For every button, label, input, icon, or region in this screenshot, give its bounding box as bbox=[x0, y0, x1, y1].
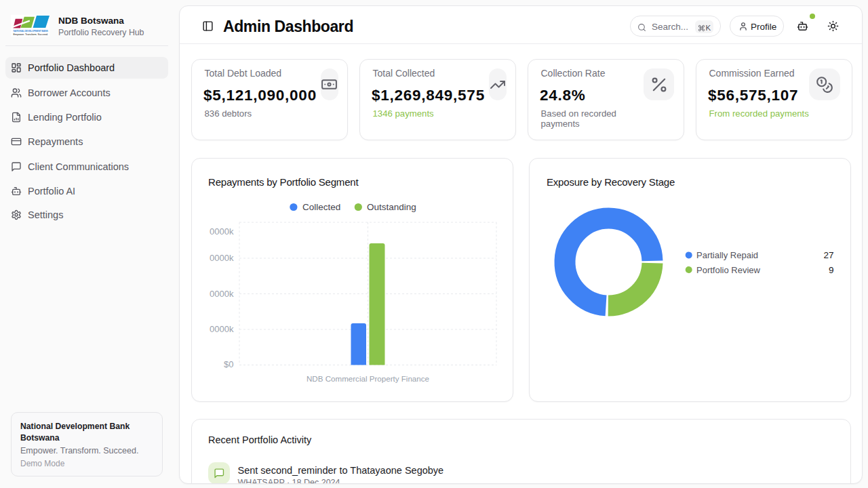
svg-text:27: 27 bbox=[823, 250, 833, 260]
svg-text:Portfolio Review: Portfolio Review bbox=[696, 265, 761, 275]
svg-text:Collected: Collected bbox=[302, 202, 340, 212]
svg-text:0000k: 0000k bbox=[210, 289, 234, 299]
svg-text:0000k: 0000k bbox=[210, 324, 234, 334]
svg-text:$0: $0 bbox=[224, 359, 233, 369]
svg-text:Partially Repaid: Partially Repaid bbox=[696, 250, 758, 260]
svg-text:Outstanding: Outstanding bbox=[367, 202, 416, 212]
svg-text:Empower. Transform. Succeed.: Empower. Transform. Succeed. bbox=[14, 33, 49, 36]
svg-text:0000k: 0000k bbox=[210, 226, 234, 237]
svg-text:0000k: 0000k bbox=[210, 253, 234, 263]
svg-text:NDB Commercial Property Financ: NDB Commercial Property Finance bbox=[307, 374, 429, 383]
svg-text:9: 9 bbox=[829, 265, 834, 275]
